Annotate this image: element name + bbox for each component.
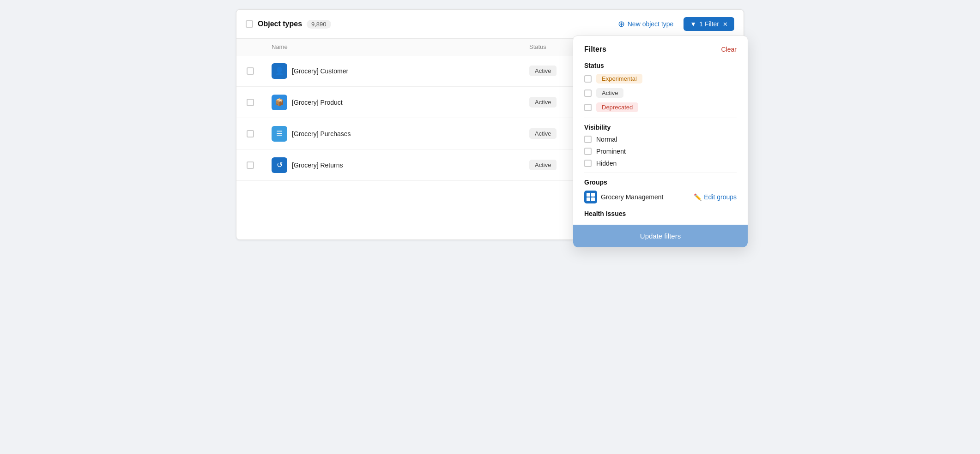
row-name-text-2: [Grocery] Purchases: [292, 130, 351, 137]
group-icon-inner: [585, 191, 597, 203]
header-left: Object types 9,890: [246, 20, 607, 29]
group-icon: [584, 191, 597, 203]
row-checkbox-0[interactable]: [236, 67, 264, 75]
status-chip-label-0: Experimental: [596, 74, 642, 84]
row-select-3[interactable]: [247, 161, 254, 169]
edit-groups-button[interactable]: ✏️ Edit groups: [694, 193, 737, 201]
visibility-filter-option-1[interactable]: Prominent: [584, 148, 737, 155]
filter-funnel-icon: ▼: [690, 20, 696, 28]
groups-row: Grocery Management ✏️ Edit groups: [584, 191, 737, 203]
visibility-checkbox-1[interactable]: [584, 148, 592, 155]
header-right: ⊕ New object type ▼ 1 Filter ✕: [612, 16, 734, 32]
plus-circle-icon: ⊕: [618, 19, 625, 29]
status-chip-label-2: Deprecated: [596, 102, 638, 112]
status-options: Experimental Active Deprecated: [584, 74, 737, 112]
group-dot-2: [591, 193, 595, 197]
filter-health-issues-label: Health Issues: [584, 210, 737, 217]
status-checkbox-1[interactable]: [584, 90, 592, 97]
status-filter-option-1[interactable]: Active: [584, 88, 737, 98]
row-icon-0: 👤: [272, 63, 287, 79]
visibility-checkbox-0[interactable]: [584, 136, 592, 143]
filter-status-label: Status: [584, 62, 737, 69]
visibility-filter-option-2[interactable]: Hidden: [584, 160, 737, 167]
row-name-2: ☰ [Grocery] Purchases: [264, 120, 522, 147]
filter-clear-button[interactable]: Clear: [721, 46, 737, 53]
visibility-options: Normal Prominent Hidden: [584, 136, 737, 167]
group-dot-1: [587, 193, 590, 197]
filter-close-icon[interactable]: ✕: [723, 21, 728, 28]
filter-visibility-label: Visibility: [584, 124, 737, 131]
filter-panel: Filters Clear Status Experimental Active…: [573, 36, 748, 248]
status-filter-option-0[interactable]: Experimental: [584, 74, 737, 84]
filter-panel-header: Filters Clear: [584, 45, 737, 54]
status-chip-0: Active: [529, 66, 557, 76]
visibility-filter-option-0[interactable]: Normal: [584, 136, 737, 143]
status-checkbox-0[interactable]: [584, 75, 592, 83]
status-chip-3: Active: [529, 160, 557, 170]
row-icon-2: ☰: [272, 126, 287, 142]
select-all-checkbox[interactable]: [246, 20, 253, 28]
status-chip-1: Active: [529, 97, 557, 108]
new-object-button[interactable]: ⊕ New object type: [612, 16, 679, 32]
pencil-icon: ✏️: [694, 193, 702, 201]
row-icon-3: ↺: [272, 157, 287, 173]
group-name: Grocery Management: [601, 193, 663, 201]
visibility-label-1: Prominent: [596, 148, 626, 155]
row-name-1: 📦 [Grocery] Product: [264, 89, 522, 116]
count-badge: 9,890: [307, 20, 331, 29]
table-header-bar: Object types 9,890 ⊕ New object type ▼ 1…: [236, 10, 744, 39]
filter-groups-label: Groups: [584, 179, 737, 186]
filter-panel-title: Filters: [584, 45, 606, 54]
visibility-label-0: Normal: [596, 136, 617, 143]
status-chip-label-1: Active: [596, 88, 623, 98]
row-checkbox-1[interactable]: [236, 99, 264, 106]
visibility-label-2: Hidden: [596, 160, 617, 167]
row-name-3: ↺ [Grocery] Returns: [264, 152, 522, 179]
status-checkbox-2[interactable]: [584, 104, 592, 111]
group-tag: Grocery Management: [584, 191, 663, 203]
filter-divider-2: [584, 173, 737, 173]
update-filters-button[interactable]: Update filters: [573, 225, 748, 247]
status-chip-2: Active: [529, 128, 557, 139]
row-name-text-3: [Grocery] Returns: [292, 161, 343, 169]
row-name-text-0: [Grocery] Customer: [292, 67, 348, 75]
group-dot-4: [591, 197, 595, 201]
row-checkbox-3[interactable]: [236, 161, 264, 169]
filter-button[interactable]: ▼ 1 Filter ✕: [684, 17, 734, 31]
row-name-0: 👤 [Grocery] Customer: [264, 58, 522, 84]
row-icon-1: 📦: [272, 95, 287, 110]
row-select-0[interactable]: [247, 67, 254, 75]
filter-divider-1: [584, 118, 737, 118]
row-select-2[interactable]: [247, 130, 254, 137]
row-checkbox-2[interactable]: [236, 130, 264, 137]
group-dot-3: [587, 197, 590, 201]
visibility-checkbox-2[interactable]: [584, 160, 592, 167]
row-select-1[interactable]: [247, 99, 254, 106]
status-filter-option-2[interactable]: Deprecated: [584, 102, 737, 112]
col-header-checkbox: [236, 39, 264, 55]
col-header-name: Name: [264, 39, 522, 55]
main-container: Object types 9,890 ⊕ New object type ▼ 1…: [236, 9, 744, 240]
page-title: Object types: [258, 20, 302, 28]
row-name-text-1: [Grocery] Product: [292, 99, 343, 106]
